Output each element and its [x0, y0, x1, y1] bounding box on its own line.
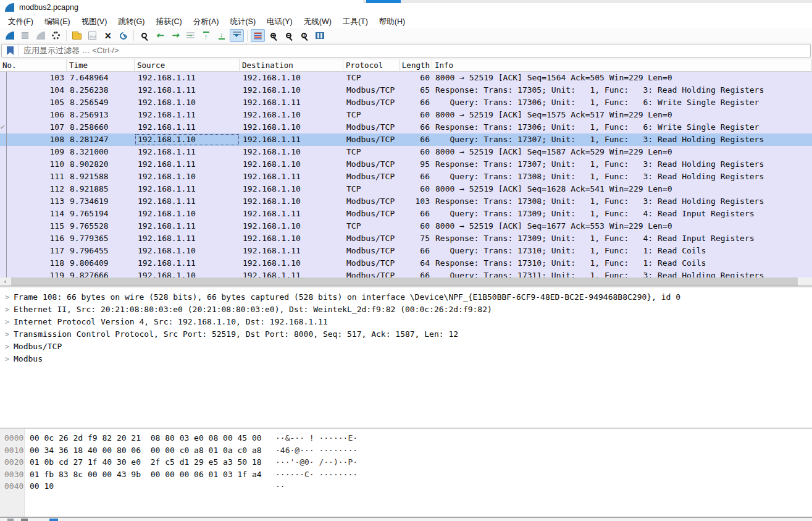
hex-ascii[interactable]: ·46·@··· ········: [275, 444, 358, 457]
menu-item[interactable]: 文件(F): [2, 15, 39, 28]
capture-file-icon[interactable]: [49, 519, 58, 521]
expander-icon[interactable]: >: [5, 291, 9, 303]
menu-item[interactable]: 统计(S): [224, 15, 261, 28]
packet-row[interactable]: 1139.734619192.168.1.11192.168.1.10Modbu…: [0, 195, 812, 208]
menu-item[interactable]: 捕获(C): [150, 15, 187, 28]
detail-line[interactable]: >Modbus: [0, 353, 812, 365]
column-header-no[interactable]: No.: [0, 59, 67, 72]
packet-row[interactable]: 1199.827666192.168.1.10192.168.1.11Modbu…: [0, 269, 812, 277]
zoom-original-icon[interactable]: [297, 29, 311, 42]
expander-icon[interactable]: >: [5, 303, 9, 316]
hex-bytes[interactable]: 01 0b cd 27 1f 40 30 e0 2f c5 d1 29 e5 a…: [30, 456, 262, 468]
hex-line: 002001 0b cd 27 1f 40 30 e0 2f c5 d1 29 …: [0, 456, 812, 468]
horizontal-scrollbar[interactable]: ‹: [0, 277, 812, 286]
menu-item[interactable]: 电话(Y): [261, 15, 298, 28]
column-header-len[interactable]: Length: [400, 59, 432, 72]
filter-bookmark-button[interactable]: [2, 44, 19, 57]
cell-src: 192.168.1.11: [135, 121, 240, 133]
packet-row[interactable]: 1159.765528192.168.1.11192.168.1.10TCP60…: [0, 220, 812, 232]
packet-row[interactable]: 1078.258660192.168.1.11192.168.1.10Modbu…: [0, 121, 812, 133]
packet-row[interactable]: 1169.779365192.168.1.11192.168.1.10Modbu…: [0, 232, 812, 245]
goto-packet-icon[interactable]: [183, 29, 198, 42]
capture-options-icon[interactable]: [49, 29, 63, 42]
capture-comment-icon[interactable]: [21, 519, 28, 521]
hex-ascii[interactable]: ··: [275, 480, 285, 493]
display-filter-input[interactable]: 应用显示过滤器 … <Ctrl-/>: [1, 44, 811, 57]
column-header-proto[interactable]: Protocol: [343, 59, 400, 72]
column-header-src[interactable]: Source: [135, 59, 240, 72]
column-header-dst[interactable]: Destination: [240, 59, 343, 72]
cell-proto: Modbus/TCP: [343, 208, 400, 220]
expert-info-icon[interactable]: [7, 519, 14, 521]
packet-row[interactable]: 1108.902820192.168.1.11192.168.1.10Modbu…: [0, 158, 812, 171]
detail-line[interactable]: >Ethernet II, Src: 20:21:08:80:03:e0 (20…: [0, 303, 812, 316]
reload-file-icon[interactable]: [116, 29, 130, 42]
column-header-info[interactable]: Info: [432, 59, 812, 72]
detail-line[interactable]: >Modbus/TCP: [0, 341, 812, 353]
find-packet-icon[interactable]: [137, 29, 151, 42]
hex-ascii[interactable]: ······C· ········: [275, 468, 358, 481]
cell-info: Query: Trans: 17306; Unit: 1, Func: 6: W…: [432, 96, 812, 109]
packet-row[interactable]: 1048.256238192.168.1.11192.168.1.10Modbu…: [0, 84, 812, 96]
packet-row[interactable]: 1149.765194192.168.1.10192.168.1.11Modbu…: [0, 208, 812, 220]
packet-row[interactable]: 1098.321000192.168.1.11192.168.1.10TCP60…: [0, 146, 812, 158]
cell-src: 192.168.1.11: [135, 109, 240, 121]
restart-capture-icon[interactable]: [33, 29, 48, 42]
packet-row-selected[interactable]: 1088.281247192.168.1.10192.168.1.11Modbu…: [0, 133, 812, 146]
hex-bytes[interactable]: 00 0c 26 2d f9 82 20 21 08 80 03 e0 08 0…: [30, 432, 262, 444]
menu-item[interactable]: 视图(V): [76, 15, 113, 28]
zoom-out-icon[interactable]: [282, 29, 296, 42]
cell-dst: 192.168.1.10: [240, 195, 343, 208]
packet-row[interactable]: 1189.806409192.168.1.11192.168.1.10Modbu…: [0, 257, 812, 269]
stop-capture-icon[interactable]: [18, 29, 32, 42]
detail-text: Modbus: [14, 354, 43, 363]
packet-row[interactable]: 1058.256549192.168.1.10192.168.1.11Modbu…: [0, 96, 812, 109]
cell-dst: 192.168.1.11: [240, 96, 343, 109]
go-back-icon[interactable]: [153, 29, 167, 42]
menu-item[interactable]: 帮助(H): [374, 15, 411, 28]
close-file-icon[interactable]: [101, 29, 115, 42]
cell-no: 115: [0, 220, 67, 232]
cell-len: 95: [400, 158, 432, 171]
hex-bytes[interactable]: 00 34 36 18 40 00 80 06 00 00 c0 a8 01 0…: [30, 444, 262, 457]
detail-line[interactable]: >Internet Protocol Version 4, Src: 192.1…: [0, 316, 812, 328]
hex-bytes[interactable]: 01 fb 83 8c 00 00 43 9b 00 00 00 06 01 0…: [30, 468, 262, 481]
hex-bytes[interactable]: 00 10: [30, 480, 54, 493]
menu-item[interactable]: 编辑(E): [39, 15, 76, 28]
packet-row[interactable]: 1118.921588192.168.1.10192.168.1.11Modbu…: [0, 171, 812, 183]
cell-src: 192.168.1.10: [135, 269, 240, 277]
start-capture-icon[interactable]: [2, 29, 17, 42]
auto-scroll-icon[interactable]: [230, 29, 244, 42]
zoom-in-icon[interactable]: [266, 29, 280, 42]
cell-dst: 192.168.1.11: [240, 133, 343, 146]
go-bottom-icon[interactable]: [214, 29, 228, 42]
menu-item[interactable]: 跳转(G): [112, 15, 150, 28]
packet-row[interactable]: 1128.921885192.168.1.11192.168.1.10TCP60…: [0, 183, 812, 195]
packet-row[interactable]: 1068.256913192.168.1.11192.168.1.10TCP60…: [0, 109, 812, 121]
save-file-icon[interactable]: [85, 29, 99, 42]
menu-item[interactable]: 工具(T): [337, 15, 374, 28]
packet-row[interactable]: 1037.648964192.168.1.11192.168.1.10TCP60…: [0, 72, 812, 84]
detail-line[interactable]: >Transmission Control Protocol, Src Port…: [0, 328, 812, 341]
scrollbar-left-arrow-icon[interactable]: ‹: [0, 277, 10, 286]
menu-item[interactable]: 无线(W): [298, 15, 337, 28]
expander-icon[interactable]: >: [5, 341, 9, 353]
colorize-icon[interactable]: [251, 29, 265, 42]
go-top-icon[interactable]: [199, 29, 213, 42]
hex-ascii[interactable]: ···'·@0· /··)··P·: [275, 456, 358, 468]
resize-columns-icon[interactable]: [312, 29, 327, 42]
column-header-time[interactable]: Time: [67, 59, 135, 72]
go-forward-icon[interactable]: [168, 29, 182, 42]
menu-item[interactable]: 分析(A): [188, 15, 225, 28]
expander-icon[interactable]: >: [5, 328, 9, 341]
open-file-icon[interactable]: [70, 29, 84, 42]
scrollbar-thumb[interactable]: [11, 277, 798, 286]
expander-icon[interactable]: >: [5, 316, 9, 328]
hex-ascii[interactable]: ··&-·· ! ······E·: [275, 432, 358, 444]
cell-proto: Modbus/TCP: [343, 245, 400, 257]
expander-icon[interactable]: >: [5, 353, 9, 365]
cell-time: 8.921588: [67, 171, 135, 183]
packet-row[interactable]: 1179.796455192.168.1.10192.168.1.11Modbu…: [0, 245, 812, 257]
cell-proto: Modbus/TCP: [343, 133, 400, 146]
detail-line[interactable]: >Frame 108: 66 bytes on wire (528 bits),…: [0, 291, 812, 303]
